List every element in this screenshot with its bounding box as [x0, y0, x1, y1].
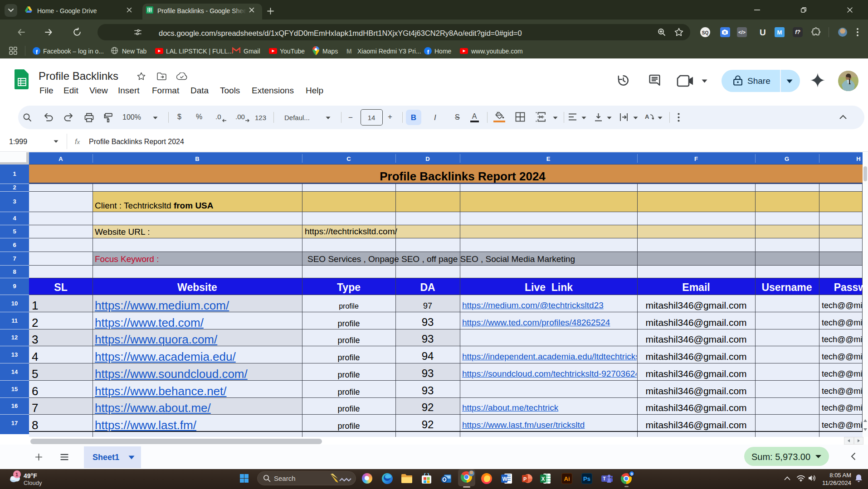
svg-text:P: P [523, 476, 527, 482]
svg-text:T: T [603, 476, 606, 481]
svg-text:B: B [724, 30, 727, 34]
svg-text:X: X [541, 476, 545, 482]
svg-text:A: A [645, 113, 649, 120]
svg-text:W: W [502, 476, 508, 482]
